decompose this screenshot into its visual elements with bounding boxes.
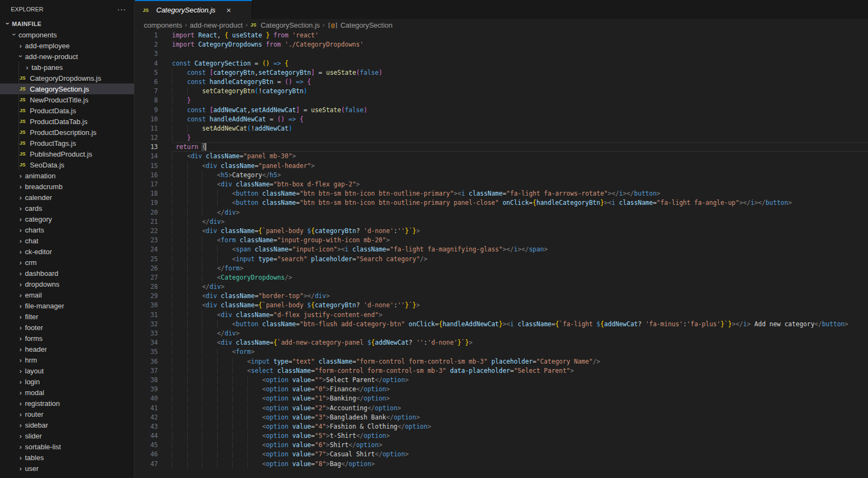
code-line-38[interactable]: 38 <option value="">Select Parent</optio…	[135, 376, 868, 385]
code-line-6[interactable]: 6 const handleCategoryBtn = () => {	[135, 77, 868, 87]
code-line-37[interactable]: 37 <select className="form-control form-…	[135, 366, 868, 376]
tree-item-calender[interactable]: ›calender	[0, 192, 134, 203]
chevron-right-icon[interactable]: ›	[16, 378, 25, 386]
code-line-content[interactable]: return (	[172, 143, 868, 152]
code-line-content[interactable]: </div>	[172, 329, 868, 338]
tree-item-modal[interactable]: ›modal	[0, 387, 134, 398]
tree-item-hrm[interactable]: ›hrm	[0, 354, 134, 365]
code-line-9[interactable]: 9 const [addNewCat,setAddNewCat] = useSt…	[135, 106, 868, 115]
chevron-right-icon[interactable]: ›	[16, 443, 25, 451]
code-line-content[interactable]: <div className="panel mb-30">	[172, 152, 868, 161]
tree-item-dropdowns[interactable]: ›dropdowns	[0, 279, 134, 289]
chevron-right-icon[interactable]: ›	[16, 183, 25, 191]
breadcrumb-item-add-new-product[interactable]: add-new-product	[190, 21, 243, 29]
code-line-33[interactable]: 33 </div>	[135, 329, 868, 338]
code-line-12[interactable]: 12 }	[135, 133, 868, 143]
chevron-right-icon[interactable]: ›	[16, 432, 25, 440]
code-line-46[interactable]: 46 <option value="7">Casual Shirt</optio…	[135, 450, 868, 459]
tree-item-charts[interactable]: ›charts	[0, 224, 134, 235]
tree-item-forms[interactable]: ›forms	[0, 333, 134, 344]
tree-item-tables[interactable]: ›tables	[0, 452, 134, 463]
code-line-16[interactable]: 16 <h5>Category</h5>	[135, 171, 868, 180]
code-line-43[interactable]: 43 <option value="4">Fashion & Clothing<…	[135, 422, 868, 431]
breadcrumb-item-components[interactable]: components	[144, 21, 182, 29]
tree-item-newproducttitle-js[interactable]: JSNewProductTitle.js	[0, 94, 134, 105]
code-line-44[interactable]: 44 <option value="5">t-Shirt</option>	[135, 431, 868, 441]
chevron-right-icon[interactable]: ›	[23, 63, 31, 72]
tree-item-filter[interactable]: ›filter	[0, 311, 134, 322]
code-line-20[interactable]: 20 </div>	[135, 208, 868, 217]
tree-item-header[interactable]: ›header	[0, 344, 134, 354]
code-line-content[interactable]: <select className="form-control form-con…	[172, 366, 868, 376]
tree-item-categorydropdowns-js[interactable]: JSCategoryDropdowns.js	[0, 73, 134, 83]
chevron-right-icon[interactable]: ›	[16, 226, 25, 234]
code-line-content[interactable]: <option value="5">t-Shirt</option>	[172, 431, 868, 441]
chevron-right-icon[interactable]: ›	[16, 248, 25, 256]
tree-item-mainfile[interactable]: ›MAINFILE	[0, 18, 134, 29]
chevron-right-icon[interactable]: ›	[16, 313, 25, 321]
tree-item-producttags-js[interactable]: JSProductTags.js	[0, 138, 134, 148]
code-line-content[interactable]: <option value="1">Banking</option>	[172, 394, 868, 403]
breadcrumb-item-categorysection-js[interactable]: JSCategorySection.js	[250, 21, 320, 29]
code-line-14[interactable]: 14 <div className="panel mb-30">	[135, 152, 868, 161]
chevron-right-icon[interactable]: ›	[16, 367, 25, 375]
code-line-content[interactable]: <div className="panel-header">	[172, 162, 868, 171]
code-line-30[interactable]: 30 <div className={`panel-body ${categor…	[135, 301, 868, 310]
tree-item-file-manager[interactable]: ›file-manager	[0, 300, 134, 311]
code-line-36[interactable]: 36 <input type="text" className="form-co…	[135, 357, 868, 366]
tree-item-router[interactable]: ›router	[0, 409, 134, 419]
tree-item-dashboard[interactable]: ›dashboard	[0, 268, 134, 279]
tree-item-login[interactable]: ›login	[0, 376, 134, 387]
tree-item-sortable-list[interactable]: ›sortable-list	[0, 441, 134, 452]
code-line-4[interactable]: 4const CategorySection = () => {	[135, 59, 868, 68]
chevron-right-icon[interactable]: ›	[16, 464, 25, 473]
code-line-13[interactable]: 13 return (	[135, 143, 868, 152]
code-line-content[interactable]: import CategoryDropdowns from './Categor…	[172, 40, 868, 49]
code-line-content[interactable]: <option value="4">Fashion & Clothing</op…	[172, 422, 868, 431]
tree-item-tab-panes[interactable]: ›tab-panes	[0, 62, 134, 73]
chevron-right-icon[interactable]: ›	[16, 302, 25, 310]
tree-item-ck-editor[interactable]: ›ck-editor	[0, 246, 134, 257]
tree-item-layout[interactable]: ›layout	[0, 365, 134, 376]
code-line-content[interactable]: <button className="btn btn-sm btn-icon b…	[172, 198, 868, 208]
code-line-content[interactable]: <h5>Category</h5>	[172, 171, 868, 180]
tree-item-cards[interactable]: ›cards	[0, 203, 134, 214]
breadcrumb-item-categorysection[interactable]: [@]CategorySection	[328, 21, 393, 29]
code-line-content[interactable]: <form className="input-group-with-icon m…	[172, 236, 868, 245]
chevron-right-icon[interactable]: ›	[16, 172, 25, 180]
code-line-content[interactable]: <option value="7">Casual Shirt</option>	[172, 450, 868, 459]
chevron-right-icon[interactable]: ›	[16, 42, 25, 50]
code-line-31[interactable]: 31 <div className="d-flex justify-conten…	[135, 311, 868, 320]
code-line-26[interactable]: 26 </form>	[135, 264, 868, 273]
code-line-40[interactable]: 40 <option value="1">Banking</option>	[135, 394, 868, 403]
chevron-right-icon[interactable]: ›	[16, 356, 25, 364]
code-line-19[interactable]: 19 <button className="btn btn-sm btn-ico…	[135, 198, 868, 208]
code-line-24[interactable]: 24 <span className="input-icon"><i class…	[135, 245, 868, 254]
chevron-right-icon[interactable]: ›	[16, 204, 25, 212]
code-line-29[interactable]: 29 <div className="border-top"></div>	[135, 292, 868, 301]
code-line-7[interactable]: 7 setCategoryBtn(!categoryBtn)	[135, 87, 868, 96]
code-line-content[interactable]: </form>	[172, 264, 868, 273]
tree-item-productdatatab-js[interactable]: JSProductDataTab.js	[0, 116, 134, 127]
chevron-right-icon[interactable]: ›	[16, 410, 25, 418]
chevron-right-icon[interactable]: ›	[16, 334, 25, 343]
code-line-35[interactable]: 35 <form>	[135, 347, 868, 357]
tree-item-animation[interactable]: ›animation	[0, 170, 134, 181]
code-line-25[interactable]: 25 <input type="search" placeholder="Sea…	[135, 255, 868, 264]
tree-item-components[interactable]: ›components	[0, 29, 134, 40]
chevron-right-icon[interactable]: ›	[16, 421, 25, 429]
code-line-content[interactable]: <option value="2">Accounting</option>	[172, 404, 868, 413]
code-line-34[interactable]: 34 <div className={`add-new-category-pan…	[135, 338, 868, 347]
code-line-content[interactable]: setCategoryBtn(!categoryBtn)	[172, 87, 868, 96]
code-line-content[interactable]: }	[172, 96, 868, 105]
code-line-47[interactable]: 47 <option value="8">Bag</option>	[135, 460, 868, 469]
chevron-right-icon[interactable]: ›	[16, 237, 25, 245]
chevron-right-icon[interactable]: ›	[16, 324, 25, 332]
code-line-1[interactable]: 1import React, { useState } from 'react'	[135, 31, 868, 40]
chevron-down-icon[interactable]: ›	[17, 51, 25, 60]
tree-item-add-employee[interactable]: ›add-employee	[0, 40, 134, 51]
chevron-right-icon[interactable]: ›	[16, 399, 25, 408]
chevron-right-icon[interactable]: ›	[16, 291, 25, 299]
code-line-content[interactable]: setAddNewCat(!addNewCat)	[172, 124, 868, 133]
tree-item-chat[interactable]: ›chat	[0, 235, 134, 246]
